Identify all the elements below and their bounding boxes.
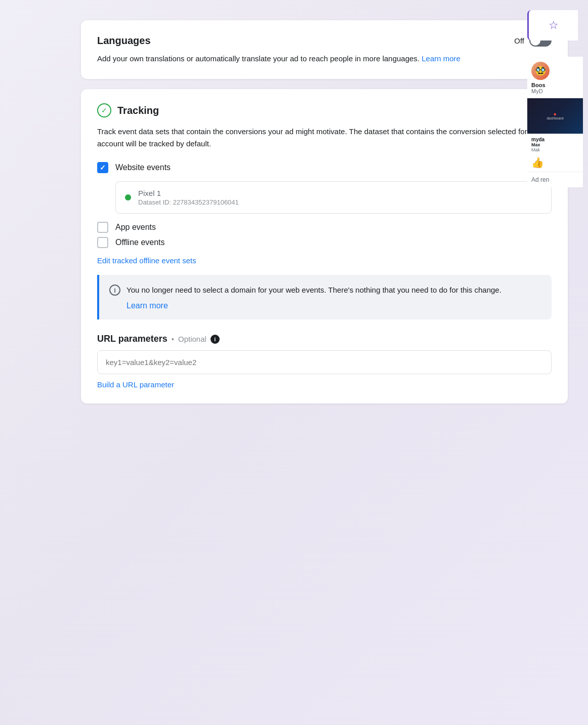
pixel-dataset-id: Dataset ID: 227834352379106041: [138, 198, 239, 206]
right-sidebar: ☆ 🥸 Boos MyD ■ dashboard myda Max Mak 👍: [527, 0, 588, 725]
tracking-description: Track event data sets that contain the c…: [97, 126, 552, 150]
star-icon: ☆: [549, 19, 559, 32]
website-events-item: Website events: [97, 162, 552, 173]
tracking-header: ✓ Tracking: [97, 103, 552, 117]
info-box-content: i You no longer need to select a domain …: [109, 284, 541, 296]
edit-tracked-offline-link[interactable]: Edit tracked offline event sets: [97, 256, 196, 265]
url-params-header: URL parameters • Optional i: [97, 334, 552, 344]
pixel-row[interactable]: Pixel 1 Dataset ID: 227834352379106041: [115, 181, 552, 214]
info-icon: i: [109, 285, 120, 296]
app-events-label: App events: [115, 223, 156, 232]
languages-learn-more-link[interactable]: Learn more: [422, 54, 460, 63]
app-events-checkbox[interactable]: [97, 222, 108, 233]
pixel-info: Pixel 1 Dataset ID: 227834352379106041: [138, 189, 239, 206]
pixel-status-dot: [125, 194, 131, 200]
app-events-item: App events: [97, 222, 552, 233]
tracking-title: Tracking: [117, 105, 159, 116]
sidebar-ad-section: 🥸 Boos MyD ■ dashboard myda Max Mak 👍 Ad…: [527, 57, 583, 187]
info-box: i You no longer need to select a domain …: [97, 275, 552, 319]
offline-events-label: Offline events: [115, 238, 165, 247]
tracking-card: ✓ Tracking Track event data sets that co…: [81, 89, 568, 404]
offline-events-item: Offline events: [97, 237, 552, 248]
website-events-label: Website events: [115, 163, 171, 172]
languages-toggle-label: Off: [514, 36, 524, 45]
languages-description: Add your own translations or automatical…: [97, 53, 552, 65]
star-card[interactable]: ☆: [527, 10, 578, 41]
build-url-parameter-link[interactable]: Build a URL parameter: [97, 380, 174, 389]
languages-card: Languages Off Add your own translations …: [81, 20, 568, 79]
website-events-checkbox[interactable]: [97, 162, 108, 173]
info-learn-more-wrapper: Learn more: [127, 301, 541, 310]
pixel-name: Pixel 1: [138, 189, 239, 197]
languages-header: Languages Off: [97, 34, 552, 47]
sidebar-ad-thumbnail: ■ dashboard: [527, 98, 583, 134]
url-params-title: URL parameters: [97, 334, 167, 344]
info-message: You no longer need to select a domain fo…: [127, 284, 501, 296]
url-params-info-icon[interactable]: i: [211, 335, 220, 344]
url-params-dot: •: [172, 335, 174, 343]
tracking-check-icon: ✓: [97, 103, 111, 117]
sidebar-myda-label: myda Max Mak: [527, 134, 583, 153]
optional-label: Optional: [178, 335, 206, 343]
url-params-input[interactable]: [97, 350, 552, 374]
offline-events-checkbox[interactable]: [97, 237, 108, 248]
languages-title: Languages: [97, 35, 151, 47]
sidebar-ad-ren-label: Ad ren: [527, 172, 583, 187]
sidebar-thumb-icon: 👍: [527, 153, 583, 172]
sidebar-ad-boost-label: Boos: [531, 82, 579, 88]
tracking-learn-more-link[interactable]: Learn more: [127, 301, 168, 310]
sidebar-ad-myd-label: MyD: [531, 88, 579, 94]
sidebar-avatar: 🥸: [531, 62, 550, 80]
